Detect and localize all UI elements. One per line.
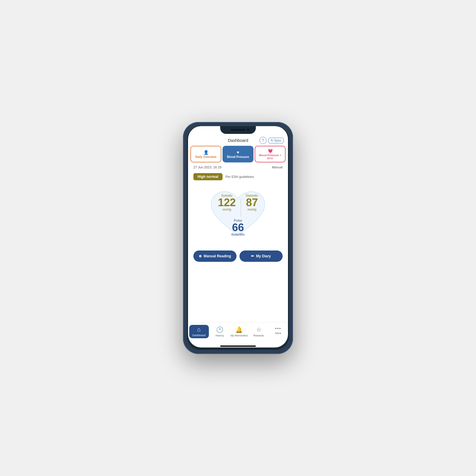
speaker <box>231 129 245 131</box>
spacer <box>188 265 288 322</box>
heart-container: Systolic 122 mmHg Diastolic 87 mmHg <box>188 185 288 245</box>
camera <box>247 129 249 131</box>
guideline-text: Per ESH guidelines <box>226 175 254 178</box>
systolic-col: Systolic 122 mmHg <box>218 194 236 211</box>
history-icon: 🕐 <box>216 326 223 333</box>
bell-icon: 🔔 <box>235 326 243 333</box>
heart-shape: Systolic 122 mmHg Diastolic 87 mmHg <box>205 185 271 245</box>
bottom-nav: ⌂ Dashboard 🕐 History 🔔 My Reminders ☆ R… <box>188 322 288 344</box>
plus-icon: ⊕ <box>199 254 202 258</box>
reading-type: Manual <box>272 165 283 169</box>
header: Dashboard ? ↻ Sync <box>188 136 288 145</box>
bp-divider <box>241 199 241 217</box>
diastolic-value: 87 <box>246 197 258 208</box>
pulse-unit: Beats/Min <box>231 233 245 236</box>
home-indicator <box>220 345 256 347</box>
date-row: 27 Jun 2023, 16:19 Manual <box>188 164 288 171</box>
my-diary-button[interactable]: ✏ My Diary <box>239 250 283 262</box>
heart-data: Systolic 122 mmHg Diastolic 87 mmHg <box>205 185 271 245</box>
page-title: Dashboard <box>228 138 248 143</box>
notch <box>220 126 256 134</box>
status-row: High normal Per ESH guidelines <box>188 171 288 183</box>
systolic-unit: mmHg <box>223 208 231 211</box>
help-button[interactable]: ? <box>259 137 267 144</box>
pulse-section: Pulse 66 Beats/Min <box>231 219 245 236</box>
more-icon: ••• <box>275 326 281 331</box>
reading-date: 27 Jun 2023, 16:19 <box>193 165 221 169</box>
home-icon: ⌂ <box>197 326 201 333</box>
heart-icon: ♥ <box>237 150 239 155</box>
status-badge: High normal <box>193 173 223 180</box>
phone-frame: Dashboard ? ↻ Sync 👤 Daily Overview <box>183 122 293 354</box>
tab-daily-overview[interactable]: 👤 Daily Overview <box>190 146 221 162</box>
tab-blood-pressure[interactable]: ♥ Blood Pressure <box>223 146 253 162</box>
action-buttons: ⊕ Manual Reading ✏ My Diary <box>188 247 288 265</box>
nav-more[interactable]: ••• More <box>268 325 288 338</box>
nav-rewards[interactable]: ☆ Rewards <box>249 325 269 338</box>
nav-dashboard[interactable]: ⌂ Dashboard <box>189 325 209 338</box>
diary-icon: ✏ <box>251 254 254 258</box>
star-icon: ☆ <box>256 326 262 333</box>
manual-reading-button[interactable]: ⊕ Manual Reading <box>193 250 237 262</box>
header-actions: ? ↻ Sync <box>259 137 284 144</box>
sync-button[interactable]: ↻ Sync <box>268 138 284 143</box>
sync-icon: ↻ <box>271 139 273 143</box>
systolic-value: 122 <box>218 197 236 208</box>
nav-reminders[interactable]: 🔔 My Reminders <box>229 325 249 338</box>
tab-bp-ecg[interactable]: 💗 Blood Pressure + ECG <box>255 146 286 162</box>
daily-icon: 👤 <box>203 150 209 155</box>
bp-row: Systolic 122 mmHg Diastolic 87 mmHg <box>218 194 258 217</box>
nav-history[interactable]: 🕐 History <box>210 325 230 338</box>
ecg-icon: 💗 <box>268 148 273 153</box>
app-content: Dashboard ? ↻ Sync 👤 Daily Overview <box>188 126 288 347</box>
diastolic-col: Diastolic 87 mmHg <box>246 194 258 211</box>
screen: Dashboard ? ↻ Sync 👤 Daily Overview <box>188 126 288 347</box>
diastolic-unit: mmHg <box>248 208 256 211</box>
pulse-value: 66 <box>232 222 244 233</box>
phone-inner: Dashboard ? ↻ Sync 👤 Daily Overview <box>187 126 289 350</box>
tab-bar: 👤 Daily Overview ♥ Blood Pressure 💗 Bloo… <box>188 145 288 164</box>
